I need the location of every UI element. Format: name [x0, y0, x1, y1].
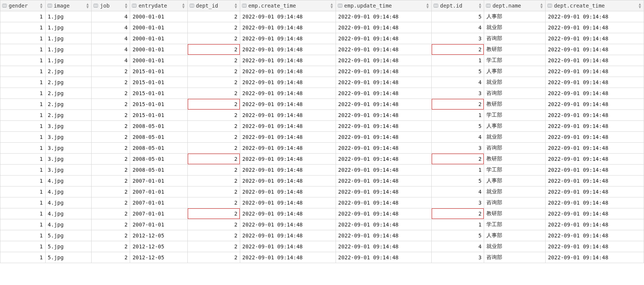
cell-dept-name[interactable]: 就业部: [484, 132, 546, 143]
cell-emp-create_time[interactable]: 2022-09-01 09:14:48: [240, 186, 336, 197]
cell-gender[interactable]: 1: [0, 154, 46, 165]
cell-emp-create_time[interactable]: 2022-09-01 09:14:48: [240, 197, 336, 208]
cell-dept-create_time[interactable]: 2022-09-01 09:14:48: [546, 186, 644, 197]
column-header-emp-create_time[interactable]: emp.create_time▲▼: [240, 0, 336, 11]
table-row[interactable]: 14.jpg22007-01-0122022-09-01 09:14:48202…: [0, 197, 644, 208]
cell-job[interactable]: 2: [92, 241, 130, 252]
cell-dept-id[interactable]: 5: [432, 176, 484, 186]
column-header-job[interactable]: job▲▼: [92, 0, 130, 11]
cell-emp-update_time[interactable]: 2022-09-01 09:14:48: [336, 77, 431, 88]
cell-image[interactable]: 4.jpg: [45, 176, 92, 186]
cell-dept-create_time[interactable]: 2022-09-01 09:14:48: [546, 77, 644, 88]
cell-emp-update_time[interactable]: 2022-09-01 09:14:48: [336, 33, 431, 44]
cell-gender[interactable]: 1: [0, 165, 46, 176]
cell-dept-name[interactable]: 人事部: [484, 66, 546, 77]
cell-dept-name[interactable]: 人事部: [484, 176, 546, 186]
cell-entrydate[interactable]: 2000-01-01: [130, 55, 187, 66]
cell-image[interactable]: 2.jpg: [45, 99, 92, 110]
cell-entrydate[interactable]: 2015-01-01: [130, 110, 187, 121]
cell-dept-create_time[interactable]: 2022-09-01 09:14:48: [546, 66, 644, 77]
cell-image[interactable]: 1.jpg: [45, 55, 92, 66]
cell-dept-name[interactable]: 学工部: [484, 55, 546, 66]
cell-image[interactable]: 4.jpg: [45, 186, 92, 197]
cell-dept-name[interactable]: 咨询部: [484, 252, 546, 263]
cell-job[interactable]: 4: [92, 22, 130, 33]
cell-dept_id[interactable]: 2: [187, 219, 240, 230]
cell-dept-id[interactable]: 1: [432, 165, 484, 176]
cell-emp-create_time[interactable]: 2022-09-01 09:14:48: [240, 132, 336, 143]
cell-gender[interactable]: 1: [0, 176, 46, 186]
sort-icon[interactable]: ▲▼: [479, 3, 481, 9]
cell-dept-id[interactable]: 2: [432, 208, 484, 219]
table-row[interactable]: 12.jpg22015-01-0122022-09-01 09:14:48202…: [0, 110, 644, 121]
sort-icon[interactable]: ▲▼: [540, 3, 543, 9]
cell-dept-name[interactable]: 学工部: [484, 219, 546, 230]
cell-gender[interactable]: 1: [0, 110, 46, 121]
table-row[interactable]: 13.jpg22008-05-0122022-09-01 09:14:48202…: [0, 132, 644, 143]
cell-image[interactable]: 3.jpg: [45, 154, 92, 165]
table-row[interactable]: 14.jpg22007-01-0122022-09-01 09:14:48202…: [0, 186, 644, 197]
cell-emp-create_time[interactable]: 2022-09-01 09:14:48: [240, 176, 336, 186]
cell-dept_id[interactable]: 2: [187, 197, 240, 208]
cell-job[interactable]: 2: [92, 208, 130, 219]
cell-emp-update_time[interactable]: 2022-09-01 09:14:48: [336, 219, 431, 230]
cell-entrydate[interactable]: 2008-05-01: [130, 143, 187, 154]
sort-icon[interactable]: ▲▼: [40, 3, 43, 9]
cell-dept-create_time[interactable]: 2022-09-01 09:14:48: [546, 88, 644, 99]
table-row[interactable]: 13.jpg22008-05-0122022-09-01 09:14:48202…: [0, 143, 644, 154]
cell-image[interactable]: 5.jpg: [45, 252, 92, 263]
cell-image[interactable]: 1.jpg: [45, 44, 92, 55]
cell-emp-create_time[interactable]: 2022-09-01 09:14:48: [240, 252, 336, 263]
cell-entrydate[interactable]: 2000-01-01: [130, 44, 187, 55]
cell-dept-create_time[interactable]: 2022-09-01 09:14:48: [546, 11, 644, 22]
cell-emp-create_time[interactable]: 2022-09-01 09:14:48: [240, 219, 336, 230]
cell-dept-id[interactable]: 2: [432, 44, 484, 55]
cell-dept-create_time[interactable]: 2022-09-01 09:14:48: [546, 208, 644, 219]
cell-emp-update_time[interactable]: 2022-09-01 09:14:48: [336, 88, 431, 99]
cell-emp-update_time[interactable]: 2022-09-01 09:14:48: [336, 176, 431, 186]
cell-dept-id[interactable]: 3: [432, 33, 484, 44]
cell-dept-create_time[interactable]: 2022-09-01 09:14:48: [546, 241, 644, 252]
cell-dept-create_time[interactable]: 2022-09-01 09:14:48: [546, 252, 644, 263]
cell-emp-create_time[interactable]: 2022-09-01 09:14:48: [240, 208, 336, 219]
cell-gender[interactable]: 1: [0, 55, 46, 66]
sort-icon[interactable]: ▲▼: [86, 3, 89, 9]
sort-icon[interactable]: ▲▼: [426, 3, 429, 9]
cell-entrydate[interactable]: 2015-01-01: [130, 88, 187, 99]
cell-emp-update_time[interactable]: 2022-09-01 09:14:48: [336, 230, 431, 241]
cell-dept-id[interactable]: 3: [432, 197, 484, 208]
table-row[interactable]: 13.jpg22008-05-0122022-09-01 09:14:48202…: [0, 154, 644, 165]
cell-dept-name[interactable]: 咨询部: [484, 197, 546, 208]
cell-gender[interactable]: 1: [0, 66, 46, 77]
cell-dept-name[interactable]: 人事部: [484, 230, 546, 241]
column-header-dept_id[interactable]: dept_id▲▼: [187, 0, 240, 11]
cell-dept-name[interactable]: 就业部: [484, 22, 546, 33]
cell-dept-id[interactable]: 3: [432, 143, 484, 154]
cell-entrydate[interactable]: 2007-01-01: [130, 197, 187, 208]
result-grid[interactable]: gender▲▼image▲▼job▲▼entrydate▲▼dept_id▲▼…: [0, 0, 644, 263]
cell-job[interactable]: 2: [92, 143, 130, 154]
cell-job[interactable]: 4: [92, 33, 130, 44]
cell-job[interactable]: 2: [92, 121, 130, 132]
cell-dept-create_time[interactable]: 2022-09-01 09:14:48: [546, 165, 644, 176]
cell-entrydate[interactable]: 2015-01-01: [130, 66, 187, 77]
cell-emp-create_time[interactable]: 2022-09-01 09:14:48: [240, 33, 336, 44]
cell-dept-id[interactable]: 3: [432, 88, 484, 99]
cell-gender[interactable]: 1: [0, 88, 46, 99]
cell-image[interactable]: 4.jpg: [45, 208, 92, 219]
cell-dept-id[interactable]: 3: [432, 252, 484, 263]
cell-emp-create_time[interactable]: 2022-09-01 09:14:48: [240, 230, 336, 241]
cell-gender[interactable]: 1: [0, 132, 46, 143]
cell-image[interactable]: 1.jpg: [45, 33, 92, 44]
cell-dept-name[interactable]: 咨询部: [484, 143, 546, 154]
table-row[interactable]: 12.jpg22015-01-0122022-09-01 09:14:48202…: [0, 88, 644, 99]
cell-emp-update_time[interactable]: 2022-09-01 09:14:48: [336, 11, 431, 22]
cell-gender[interactable]: 1: [0, 197, 46, 208]
column-header-gender[interactable]: gender▲▼: [0, 0, 46, 11]
cell-image[interactable]: 2.jpg: [45, 88, 92, 99]
cell-entrydate[interactable]: 2012-12-05: [130, 230, 187, 241]
cell-gender[interactable]: 1: [0, 44, 46, 55]
cell-dept-create_time[interactable]: 2022-09-01 09:14:48: [546, 33, 644, 44]
cell-job[interactable]: 2: [92, 154, 130, 165]
cell-dept_id[interactable]: 2: [187, 143, 240, 154]
